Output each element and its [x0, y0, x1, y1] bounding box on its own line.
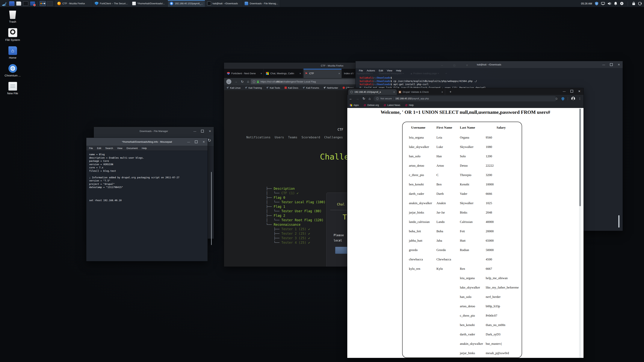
notifications-bell-icon[interactable] [614, 2, 618, 5]
reload-icon[interactable]: ↻ [208, 138, 211, 143]
taskbar-window-button[interactable]: Downloads - File Manag... [242, 0, 280, 7]
display-tray-icon[interactable] [601, 2, 605, 5]
close-tab-icon[interactable]: × [300, 72, 301, 75]
challenge-label[interactable]: Tester 2 (25) [281, 232, 306, 235]
logout-icon[interactable] [638, 2, 642, 5]
challenge-label[interactable]: Tester User Flag (80) [281, 209, 322, 213]
lock-screen-icon[interactable] [632, 2, 636, 5]
challenge-label[interactable]: Reconnaissance [274, 223, 300, 226]
chromium-tab[interactable]: 192.168.40.102/payroll_a× [348, 89, 397, 95]
forward-button[interactable]: → [234, 80, 238, 84]
editor-text-area[interactable]: name = Blogdescription = Enables multi-u… [86, 151, 208, 261]
close-button[interactable]: ✕ [202, 140, 205, 143]
minimize-button[interactable]: — [602, 63, 605, 66]
close-tab-icon[interactable]: × [393, 91, 395, 94]
challenge-label[interactable]: Tester 4 (25) [281, 241, 306, 244]
firefox-tab[interactable]: CTF× [304, 69, 342, 78]
taskbar-window-button[interactable]: 192.168.40.102/payroll_... [168, 0, 205, 7]
challenge-label[interactable]: Description [274, 187, 295, 190]
taskbar-window-button[interactable]: CTF - Mozilla Firefox [55, 0, 93, 7]
file-manager-launcher-icon[interactable] [16, 2, 21, 6]
close-tab-icon[interactable]: × [260, 72, 262, 75]
app-launcher-icon[interactable] [9, 1, 14, 6]
forward-button[interactable]: → [356, 97, 359, 101]
desktop-icon-trash[interactable]: Trash [2, 10, 24, 23]
maximize-button[interactable] [570, 90, 573, 93]
mousepad-menu-item[interactable]: Search [105, 147, 113, 150]
desktop-icon-chromium[interactable]: Chromium ... [2, 64, 24, 77]
taskbar-window-button[interactable]: */home/kali/Downloads/... [130, 0, 168, 7]
volume-tray-icon[interactable] [608, 2, 611, 5]
mousepad-menu-item[interactable]: Help [142, 147, 147, 150]
bookmark-item[interactable]: Kali Linux [227, 86, 240, 89]
ctf-site-brand[interactable]: CTF [338, 128, 343, 131]
drupal-extension-icon[interactable] [561, 97, 565, 101]
desktop-icon-drive[interactable]: File System [2, 28, 24, 42]
terminal-menu-item[interactable]: Help [396, 69, 401, 72]
challenge-label[interactable]: CTF (1) [281, 191, 295, 195]
bookmark-item[interactable]: @Latest News [384, 104, 400, 107]
mousepad-menu-item[interactable]: Edit [97, 147, 101, 150]
minimize-button[interactable]: — [187, 140, 190, 143]
reload-button[interactable]: ↻ [241, 80, 244, 84]
desktop-icon-file[interactable]: New File [2, 82, 24, 95]
close-tab-icon[interactable]: × [442, 91, 443, 94]
bookmark-item[interactable]: @Debian.org [364, 104, 379, 107]
terminal-menu-item[interactable]: View [387, 69, 392, 72]
terminal-menu-item[interactable]: Edit [379, 69, 383, 72]
screen-recorder-icon[interactable] [30, 2, 35, 6]
kali-applications-menu-icon[interactable] [2, 1, 7, 6]
workspace-1[interactable] [40, 1, 46, 6]
firefox-tab[interactable]: Chat, Meetings, Callin× [264, 69, 303, 78]
bookmark-item[interactable]: Kali Tools [266, 86, 280, 89]
page-scrollbar-thumb[interactable] [580, 109, 581, 206]
close-button[interactable]: ✕ [209, 130, 211, 133]
terminal-menu-item[interactable]: File [359, 69, 363, 72]
close-button[interactable]: ✕ [618, 63, 620, 66]
home-button[interactable]: ⌂ [247, 80, 249, 84]
mousepad-menu-item[interactable]: File [89, 147, 93, 150]
terminal-output[interactable]: kali@kali:~/Downloads$ kali@kali:~/Downl… [360, 76, 486, 89]
challenge-label[interactable]: Tester Local Flag (100) [281, 200, 325, 204]
mousepad-titlebar[interactable]: */home/kali/Downloads/blog.info - Mousep… [86, 138, 208, 146]
ctf-nav-link[interactable]: Users [274, 136, 284, 139]
challenge-label[interactable]: Flag 0 [274, 196, 285, 199]
menu-dots-icon[interactable]: ⋮ [578, 97, 581, 100]
clock[interactable]: 05:26 AM [581, 2, 592, 5]
challenge-label[interactable]: Tester Root Flag (120) [281, 218, 324, 222]
forticlient-tray-icon[interactable] [595, 2, 598, 6]
maximize-button[interactable] [195, 140, 198, 143]
chromium-tab[interactable]: Drupal: Validate & Check× [397, 89, 445, 95]
challenge-label[interactable]: Flag 2 [274, 214, 285, 217]
bookmark-item[interactable]: Kali Forums [303, 86, 319, 89]
challenge-label[interactable]: Tester 1 (25) [281, 227, 306, 231]
page-info-icon[interactable]: i [253, 80, 255, 83]
terminal-menu-item[interactable]: Actions [367, 69, 375, 72]
taskbar-window-button[interactable]: FortiClient -- The Securi... [93, 0, 130, 7]
site-info-icon[interactable]: i [376, 97, 379, 100]
taskbar-window-button[interactable]: kali@kali: ~/Downloads [205, 0, 242, 7]
terminal-titlebar[interactable]: kali@kali: ~/Downloads — ✕ [356, 61, 623, 68]
omnibox[interactable]: i Not secure 192.168.40.102/payroll_app.… [374, 96, 557, 101]
maximize-button[interactable] [610, 63, 613, 66]
bookmark-item[interactable]: Kali Training [245, 86, 262, 89]
reload-button[interactable]: ↻ [362, 97, 365, 101]
minimize-button[interactable]: — [563, 90, 566, 93]
minimize-button[interactable]: — [193, 130, 196, 133]
back-button[interactable]: ← [349, 97, 352, 101]
profile-icon[interactable] [571, 97, 575, 101]
bookmark-star-icon[interactable]: ☆ [555, 97, 558, 101]
terminal-launcher-icon[interactable] [23, 1, 28, 6]
new-tab-button[interactable]: + [450, 90, 452, 94]
terminal-scrollbar[interactable] [618, 215, 620, 228]
bookmark-item[interactable]: Apps [350, 104, 359, 107]
desktop-icon-home-folder[interactable]: Home [2, 46, 24, 59]
home-button[interactable]: ⌂ [369, 97, 371, 101]
back-button[interactable]: ← [226, 79, 231, 84]
file-manager-scrollbar[interactable] [211, 172, 212, 245]
close-button[interactable]: ✕ [578, 90, 580, 93]
challenge-label[interactable]: Flag 1 [274, 205, 285, 208]
firefox-tab[interactable]: Forticlient - Next Gene× [226, 69, 264, 78]
file-manager-titlebar[interactable]: Downloads - File Manager — ✕ [94, 127, 214, 135]
challenge-label[interactable]: Tester 3 (25) [281, 236, 306, 240]
